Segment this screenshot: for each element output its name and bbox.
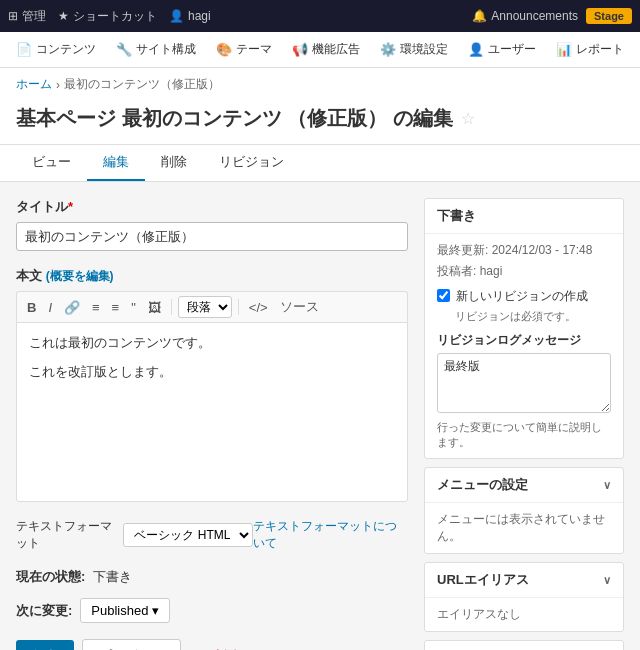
format-select[interactable]: 段落: [178, 296, 232, 318]
breadcrumb-sep: ›: [56, 78, 60, 92]
tab-view[interactable]: ビュー: [16, 145, 87, 181]
body-label: 本文 (概要を編集): [16, 267, 408, 285]
favorite-star-icon[interactable]: ☆: [461, 109, 475, 128]
toolbar-divider: [171, 299, 172, 315]
post-info-card: 投稿の情報 ∨ 日付 2024-12-03 投稿者 hagi (2): [424, 640, 624, 650]
action-buttons: 保存 プレビュー 🗑 削除: [16, 639, 408, 650]
breadcrumb-home[interactable]: ホーム: [16, 76, 52, 93]
nav-theme[interactable]: 🎨 テーマ: [208, 32, 280, 67]
menu-card-body: メニューには表示されていません。: [425, 502, 623, 553]
breadcrumb-current: 最初のコンテンツ（修正版）: [64, 76, 220, 93]
required-marker: *: [68, 199, 73, 214]
editor-body[interactable]: これは最初のコンテンツです。 これを改訂版とします。: [16, 322, 408, 502]
source-button[interactable]: ソース: [276, 296, 323, 318]
bold-button[interactable]: B: [23, 298, 40, 317]
url-card-header[interactable]: URLエイリアス ∨: [425, 563, 623, 597]
save-button[interactable]: 保存: [16, 640, 74, 650]
star-nav-icon: ★: [58, 9, 69, 23]
reports-icon: 📊: [556, 42, 572, 57]
post-info-card-header[interactable]: 投稿の情報 ∨: [425, 641, 623, 650]
stage-badge[interactable]: Stage: [586, 8, 632, 24]
nav-reports[interactable]: 📊 レポート: [548, 32, 632, 67]
shortcut-nav-item[interactable]: ★ ショートカット: [58, 8, 157, 25]
next-change-dropdown[interactable]: Published ▾: [80, 598, 170, 623]
nav-help[interactable]: ❓ ヘルプ: [636, 32, 640, 67]
draft-card-body: 最終更新: 2024/12/03 - 17:48 投稿者: hagi 新しいリビ…: [425, 233, 623, 458]
tab-delete[interactable]: 削除: [145, 145, 203, 181]
nav-users[interactable]: 👤 ユーザー: [460, 32, 544, 67]
text-format-row: テキストフォーマット ベーシック HTML テキストフォーマットについて: [16, 518, 408, 552]
status-row: 現在の状態: 下書き: [16, 568, 408, 586]
status-value: 下書き: [93, 568, 132, 586]
top-nav-right: 🔔 Announcements Stage: [472, 8, 632, 24]
nav-content[interactable]: 📄 コンテンツ: [8, 32, 104, 67]
revision-hint: 行った変更について簡単に説明します。: [437, 420, 611, 450]
next-change-row: 次に変更: Published ▾: [16, 598, 408, 623]
italic-button[interactable]: I: [44, 298, 56, 317]
revision-checkbox-row: 新しいリビジョンの作成: [437, 288, 611, 305]
top-nav: ⊞ 管理 ★ ショートカット 👤 hagi 🔔 Announcements St…: [0, 0, 640, 32]
nav-site-config[interactable]: 🔧 サイト構成: [108, 32, 204, 67]
editor-line-1: これは最初のコンテンツです。: [29, 333, 395, 354]
revision-log-label: リビジョンログメッセージ: [437, 332, 611, 349]
ordered-list-button[interactable]: ≡: [108, 298, 124, 317]
main-layout: タイトル* 本文 (概要を編集) B I 🔗 ≡ ≡ " 🖼 段落: [0, 182, 640, 650]
site-config-icon: 🔧: [116, 42, 132, 57]
main-content: タイトル* 本文 (概要を編集) B I 🔗 ≡ ≡ " 🖼 段落: [16, 198, 408, 650]
theme-icon: 🎨: [216, 42, 232, 57]
tab-revisions[interactable]: リビジョン: [203, 145, 300, 181]
text-format-label: テキストフォーマット: [16, 518, 115, 552]
users-icon: 👤: [468, 42, 484, 57]
title-input[interactable]: [16, 222, 408, 251]
revision-checkbox-sublabel: リビジョンは必須です。: [437, 309, 611, 324]
dropdown-arrow-icon: ▾: [152, 603, 159, 618]
nav-config[interactable]: ⚙️ 環境設定: [372, 32, 456, 67]
grid-icon: ⊞: [8, 9, 18, 23]
url-card: URLエイリアス ∨ エイリアスなし: [424, 562, 624, 632]
code-button[interactable]: </>: [245, 298, 272, 317]
unordered-list-button[interactable]: ≡: [88, 298, 104, 317]
announcements-nav-item[interactable]: 🔔 Announcements: [472, 9, 578, 23]
bell-icon: 🔔: [472, 9, 487, 23]
draft-card-header: 下書き: [425, 199, 623, 233]
menu-card: メニューの設定 ∨ メニューには表示されていません。: [424, 467, 624, 554]
sidebar: 下書き 最終更新: 2024/12/03 - 17:48 投稿者: hagi 新…: [424, 198, 624, 650]
user-nav-item[interactable]: 👤 hagi: [169, 9, 211, 23]
content-icon: 📄: [16, 42, 32, 57]
revision-checkbox-label: 新しいリビジョンの作成: [456, 288, 588, 305]
revision-log-textarea[interactable]: [437, 353, 611, 413]
body-field-group: 本文 (概要を編集) B I 🔗 ≡ ≡ " 🖼 段落 </> ソース: [16, 267, 408, 502]
url-card-body: エイリアスなし: [425, 597, 623, 631]
status-label: 現在の状態:: [16, 568, 85, 586]
config-icon: ⚙️: [380, 42, 396, 57]
preview-button[interactable]: プレビュー: [82, 639, 181, 650]
user-nav-icon: 👤: [169, 9, 184, 23]
title-label: タイトル*: [16, 198, 408, 216]
text-format-link[interactable]: テキストフォーマットについて: [253, 518, 408, 552]
second-nav: 📄 コンテンツ 🔧 サイト構成 🎨 テーマ 📢 機能広告 ⚙️ 環境設定 👤 ユ…: [0, 32, 640, 68]
nav-extend[interactable]: 📢 機能広告: [284, 32, 368, 67]
editor-line-2: これを改訂版とします。: [29, 362, 395, 383]
author-meta: 投稿者: hagi: [437, 263, 611, 280]
menu-collapse-icon[interactable]: ∨: [603, 479, 611, 492]
editor-toolbar: B I 🔗 ≡ ≡ " 🖼 段落 </> ソース: [16, 291, 408, 322]
page-title: 基本ページ 最初のコンテンツ （修正版） の編集: [16, 105, 453, 132]
extend-icon: 📢: [292, 42, 308, 57]
admin-brand[interactable]: ⊞ 管理: [8, 8, 46, 25]
tabs: ビュー 編集 削除 リビジョン: [0, 145, 640, 182]
body-sublabel[interactable]: (概要を編集): [46, 269, 114, 283]
text-format-select[interactable]: ベーシック HTML: [123, 523, 253, 547]
menu-card-header[interactable]: メニューの設定 ∨: [425, 468, 623, 502]
tab-edit[interactable]: 編集: [87, 145, 145, 181]
draft-card: 下書き 最終更新: 2024/12/03 - 17:48 投稿者: hagi 新…: [424, 198, 624, 459]
next-change-label: 次に変更:: [16, 602, 72, 620]
image-button[interactable]: 🖼: [144, 298, 165, 317]
title-field-group: タイトル*: [16, 198, 408, 251]
last-updated-meta: 最終更新: 2024/12/03 - 17:48: [437, 242, 611, 259]
breadcrumb: ホーム › 最初のコンテンツ（修正版）: [0, 68, 640, 97]
blockquote-button[interactable]: ": [127, 298, 140, 317]
link-button[interactable]: 🔗: [60, 298, 84, 317]
revision-checkbox[interactable]: [437, 289, 450, 302]
url-collapse-icon[interactable]: ∨: [603, 574, 611, 587]
toolbar-divider2: [238, 299, 239, 315]
